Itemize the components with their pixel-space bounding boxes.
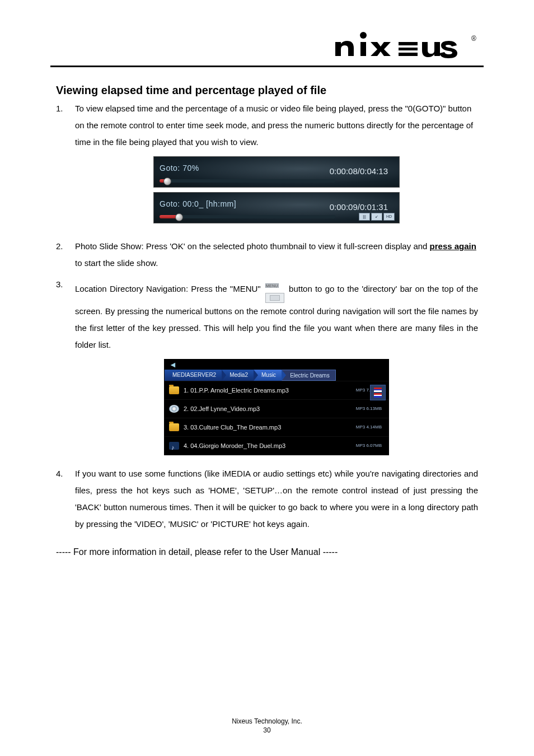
list-number: 1. bbox=[56, 100, 63, 117]
footer-page-number: 30 bbox=[0, 726, 534, 735]
goto-row-percent: Goto: 70% 0:00:08/0:04:13 bbox=[153, 156, 400, 188]
time-display: 0:00:08/0:04:13 bbox=[330, 163, 388, 180]
list-item-4: 4. If you want to use some functions (li… bbox=[56, 465, 478, 533]
file-name: 3. 03.Culture Club_The Dream.mp3 bbox=[184, 421, 356, 433]
status-badges: ||| ↙ HD bbox=[359, 213, 395, 221]
footer-company: Nixeus Technology, Inc. bbox=[0, 717, 534, 726]
list-text: to start the slide show. bbox=[75, 258, 158, 268]
closing-note: ----- For more information in detail, pl… bbox=[56, 547, 478, 557]
badge-icon: ↙ bbox=[371, 213, 382, 221]
badge-icon: HD bbox=[383, 213, 395, 221]
file-name: 1. 01.P.P. Arnold_Electric Dreams.mp3 bbox=[184, 384, 356, 396]
breadcrumb-item: MEDIASERVER2 bbox=[165, 370, 222, 381]
list-text: To view elapsed time and the percentage … bbox=[75, 104, 473, 147]
page-content: Viewing elapsed time and percentage play… bbox=[50, 84, 484, 557]
language-flags-icon bbox=[370, 385, 386, 400]
list-text: Location Directory Navigation: Press the… bbox=[75, 284, 264, 293]
seek-bar bbox=[160, 215, 335, 218]
seek-bar bbox=[160, 179, 335, 183]
list-number: 4. bbox=[56, 465, 63, 482]
brand-logo: ® bbox=[332, 31, 484, 59]
svg-rect-1 bbox=[360, 42, 366, 56]
list-item-2: 2. Photo Slide Show: Press 'OK' on the s… bbox=[56, 238, 478, 272]
back-arrow-icon: ◄ bbox=[165, 360, 388, 370]
file-row: 4. 04.Giorgio Moroder_The Duel.mp3MP3 6.… bbox=[165, 436, 388, 455]
breadcrumb-current: Electric Dreams bbox=[282, 370, 336, 381]
file-row: 3. 03.Culture Club_The Dream.mp3MP3 4.14… bbox=[165, 418, 388, 436]
figure-goto-percent: Goto: 70% 0:00:08/0:04:13 Goto: 00:0_ [h… bbox=[153, 156, 400, 228]
page-footer: Nixeus Technology, Inc. 30 bbox=[0, 717, 534, 735]
page-header: ® bbox=[50, 31, 484, 67]
note-icon bbox=[169, 442, 179, 450]
folder-icon bbox=[169, 386, 179, 394]
list-number: 2. bbox=[56, 238, 63, 255]
svg-point-0 bbox=[360, 32, 367, 39]
goto-row-time: Goto: 00:0_ [hh:mm] 0:00:09/0:01:31 ||| … bbox=[153, 192, 400, 223]
badge-icon: ||| bbox=[359, 213, 370, 221]
file-row: 2. 02.Jeff Lynne_Video.mp3MP3 6.13MB bbox=[165, 399, 388, 418]
seek-knob-icon bbox=[163, 178, 171, 185]
breadcrumb-item: Media2 bbox=[222, 370, 254, 381]
file-meta: MP3 6.07MB bbox=[356, 441, 384, 450]
file-name: 4. 04.Giorgio Moroder_The Duel.mp3 bbox=[184, 440, 356, 452]
list-text: Photo Slide Show: Press 'OK' on the sele… bbox=[75, 241, 430, 251]
menu-button-icon: MENU bbox=[265, 276, 284, 303]
list-item-3: 3. Location Directory Navigation: Press … bbox=[56, 276, 478, 455]
svg-rect-3 bbox=[399, 48, 418, 50]
list-text: If you want to use some functions (like … bbox=[75, 469, 478, 529]
file-meta: MP3 4.14MB bbox=[356, 423, 384, 432]
svg-rect-2 bbox=[399, 42, 418, 45]
emphasis-text: press again bbox=[430, 241, 476, 251]
breadcrumb: MEDIASERVER2 Media2 Music Electric Dream… bbox=[165, 370, 388, 381]
menu-button-label: MENU bbox=[265, 283, 279, 288]
file-meta: MP3 6.13MB bbox=[356, 404, 384, 413]
list-number: 3. bbox=[56, 276, 63, 293]
folder-icon bbox=[169, 423, 179, 431]
registered-mark: ® bbox=[471, 35, 476, 43]
seek-knob-icon bbox=[175, 213, 183, 221]
disc-icon bbox=[169, 405, 179, 413]
figure-file-browser: ◄ MEDIASERVER2 Media2 Music Electric Dre… bbox=[164, 359, 389, 455]
list-item-1: 1. To view elapsed time and the percenta… bbox=[56, 100, 478, 228]
section-title: Viewing elapsed time and percentage play… bbox=[56, 84, 478, 97]
file-row: 1. 01.P.P. Arnold_Electric Dreams.mp3MP3… bbox=[165, 381, 388, 399]
svg-rect-4 bbox=[399, 53, 418, 56]
file-name: 2. 02.Jeff Lynne_Video.mp3 bbox=[184, 403, 356, 415]
